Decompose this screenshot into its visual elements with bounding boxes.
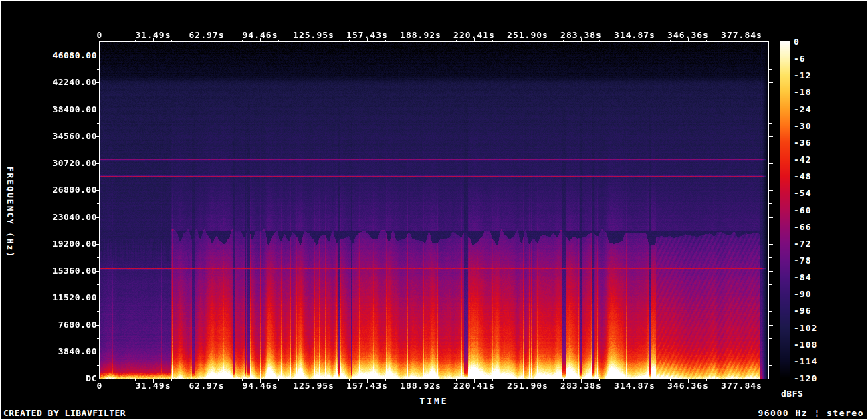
time-axis-minor-tick [225, 40, 225, 42]
freq-axis-tick [769, 136, 773, 137]
legend-unit-label: dBFS [781, 389, 803, 398]
time-tick-label-bottom: 31.49s [126, 381, 180, 391]
freq-axis-tick [769, 325, 773, 326]
legend-tick-label: -60 [794, 206, 841, 215]
freq-axis-tick [769, 163, 773, 164]
time-tick-label-top: 314.87s [608, 31, 661, 40]
time-tick-label-top: 251.90s [501, 31, 554, 40]
freq-axis-minor-tick [97, 96, 100, 96]
freq-axis-tick [769, 110, 773, 110]
legend-tick-label: -30 [794, 122, 841, 131]
time-tick-label-top: 31.49s [126, 31, 180, 40]
time-axis-minor-tick [492, 379, 493, 381]
legend-tick-label: -108 [794, 340, 841, 350]
time-axis-minor-tick [385, 40, 386, 42]
time-axis-minor-tick [653, 40, 653, 42]
time-axis-minor-tick [349, 379, 350, 381]
time-tick-label-bottom: 346.36s [661, 381, 715, 391]
legend-tick-label: -12 [794, 71, 841, 80]
time-tick-label-top: 94.46s [233, 31, 287, 40]
time-axis-minor-tick [760, 40, 760, 42]
freq-axis-tick [769, 244, 773, 245]
freq-axis-minor-tick [769, 123, 772, 124]
time-axis-minor-tick [510, 379, 510, 381]
freq-axis-minor-tick [769, 365, 772, 366]
time-axis-minor-tick [439, 40, 439, 42]
freq-axis-minor-tick [769, 338, 772, 339]
time-axis-minor-tick [706, 40, 707, 42]
time-axis-minor-tick [724, 40, 724, 42]
time-tick-label-bottom: 377.84s [715, 381, 768, 391]
stream-info: 96000 Hz ¦ stereo [758, 408, 864, 418]
legend-tick-label: 0 [794, 37, 841, 47]
time-axis-minor-tick [653, 379, 653, 381]
time-axis-minor-tick [135, 40, 136, 42]
time-tick-label-bottom: 157.43s [340, 381, 394, 391]
freq-axis-minor-tick [97, 257, 100, 258]
time-axis-minor-tick [296, 40, 296, 42]
time-tick-label-bottom: 314.87s [608, 381, 661, 391]
legend-tick-label: -66 [794, 223, 841, 232]
freq-axis-minor-tick [769, 177, 772, 177]
spectrogram-canvas [100, 42, 768, 379]
time-axis-minor-tick [225, 379, 225, 381]
time-axis-minor-tick [296, 379, 296, 381]
freq-tick-label: 23040.00 [39, 213, 97, 222]
legend-tick-label: -36 [794, 138, 841, 148]
time-axis-minor-tick [403, 379, 403, 381]
legend-tick-label: -90 [794, 290, 841, 299]
time-tick-label-top: 283.38s [554, 31, 608, 40]
freq-axis-minor-tick [769, 150, 772, 150]
time-tick-label-top: 188.92s [394, 31, 447, 40]
time-axis-minor-tick [439, 379, 439, 381]
time-axis-minor-tick [670, 379, 671, 381]
legend-tick-label: -114 [794, 357, 841, 366]
time-axis-minor-tick [670, 40, 671, 42]
time-tick-label-top: 125.95s [287, 31, 340, 40]
time-tick-label-bottom: 188.92s [394, 381, 447, 391]
freq-tick-label: 26880.00 [39, 185, 97, 195]
time-axis-minor-tick [171, 379, 172, 381]
time-axis-minor-tick [278, 40, 279, 42]
freq-axis-minor-tick [97, 311, 100, 312]
freq-tick-label: 15360.00 [39, 266, 97, 276]
freq-axis-tick [769, 352, 773, 352]
freq-tick-label: 46080.00 [39, 51, 97, 60]
freq-axis-minor-tick [769, 284, 772, 285]
legend-tick-label: -72 [794, 239, 841, 249]
time-axis-minor-tick [706, 379, 707, 381]
freq-tick-label: 7680.00 [39, 320, 97, 330]
time-axis-minor-tick [332, 40, 332, 42]
freq-axis-minor-tick [97, 69, 100, 70]
freq-axis-minor-tick [97, 150, 100, 150]
legend-tick-label: -78 [794, 256, 841, 266]
time-tick-label-top: 62.97s [180, 31, 233, 40]
time-axis-minor-tick [135, 379, 136, 381]
time-axis-minor-tick [617, 40, 617, 42]
time-axis-minor-tick [385, 379, 386, 381]
freq-axis-minor-tick [769, 257, 772, 258]
freq-axis-minor-tick [769, 96, 772, 96]
time-axis-minor-tick [546, 40, 546, 42]
time-axis-minor-tick [617, 379, 617, 381]
time-axis-minor-tick [118, 40, 118, 42]
freq-tick-label: 19200.00 [39, 239, 97, 249]
time-axis-minor-tick [599, 40, 600, 42]
time-axis-minor-tick [546, 379, 546, 381]
legend-tick-label: -48 [794, 172, 841, 181]
freq-axis-minor-tick [769, 203, 772, 204]
freq-axis-tick [769, 56, 773, 56]
time-axis-minor-tick [760, 379, 760, 381]
freq-tick-label: 38400.00 [39, 105, 97, 114]
legend-tick-label: -120 [794, 374, 841, 383]
freq-tick-label: 11520.00 [39, 293, 97, 302]
time-axis-minor-tick [118, 379, 118, 381]
freq-axis-minor-tick [769, 311, 772, 312]
time-tick-label-bottom: 0 [73, 381, 126, 391]
time-tick-label-top: 0 [73, 31, 126, 40]
time-axis-minor-tick [171, 40, 172, 42]
legend-tick-label: -84 [794, 273, 841, 282]
time-axis-minor-tick [349, 40, 350, 42]
time-axis-minor-tick [510, 40, 510, 42]
time-axis-minor-tick [189, 40, 189, 42]
